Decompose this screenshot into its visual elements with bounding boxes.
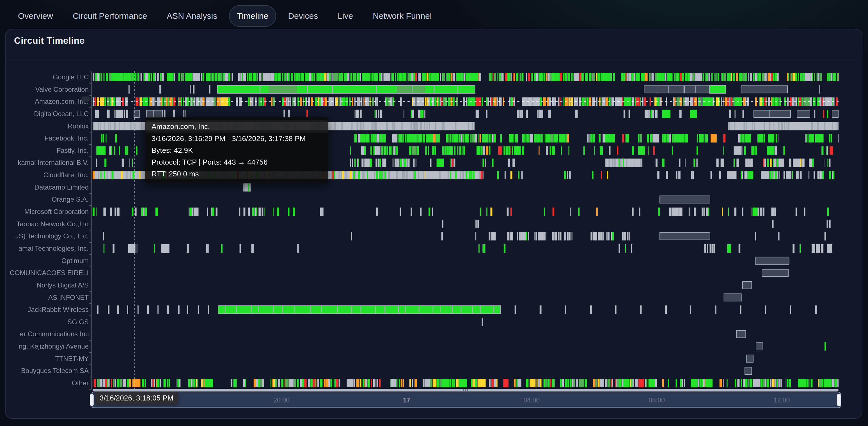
timeline-scrollbar[interactable] [93,389,839,392]
row-label: Roblox [6,122,89,130]
row-label: ng, Kejizhongyi Avenue [6,342,89,351]
row-label: Cloudflare, Inc. [6,171,89,179]
row-label: TTNET-MY [6,355,89,363]
tooltip-protocol: Protocol: TCP | Ports: 443 → 44756 [152,156,322,168]
time-range-brush[interactable]: 20:001704:0008:0012:00 [92,392,841,408]
brush-axis-tick: 04:00 [524,396,540,404]
scrollbar-grip-icon[interactable] [463,389,468,391]
row-label: Norlys Digital A/S [6,281,89,289]
row-label: DigitalOcean, LLC [6,110,89,118]
tooltip-bytes: Bytes: 42.9K [152,144,322,156]
brush-handle-left[interactable] [90,394,94,406]
brush-axis-tick: 08:00 [649,396,665,404]
brush-axis-tick: 20:00 [273,396,289,404]
hover-tooltip: Amazon.com, Inc. 3/16/2026, 3:16:29 PM -… [145,117,328,184]
row-label: Google LLC [6,73,89,81]
row-label: AS INFONET [6,293,89,302]
timeline-chart[interactable] [0,0,868,426]
brush-axis-tick: 12:00 [774,396,790,404]
brush-time-tooltip: 3/16/2026, 3:18:05 PM [95,392,178,404]
row-label: Optimum [6,257,89,265]
row-label: COMUNICACOES EIRELI [6,269,89,277]
row-label: Bouygues Telecom SA [6,366,89,375]
row-label: Other [6,379,89,387]
row-label: kamai International B.V. [6,159,89,167]
row-label: JackRabbit Wireless [6,305,89,314]
row-label: Fastly, Inc. [6,146,89,155]
row-label: Valve Corporation [6,85,89,94]
row-label: Taobao Network Co.,Ltd [6,220,89,228]
tooltip-rtt: RTT: 250.0 ms [152,168,322,180]
row-label: Microsoft Corporation [6,207,89,216]
brush-handle-right[interactable] [837,394,841,406]
brush-axis-tick: 17 [403,396,410,404]
row-label: Amazon.com, Inc. [6,97,89,106]
tooltip-title: Amazon.com, Inc. [145,120,328,133]
row-label: Datacamp Limited [6,183,89,192]
tooltip-range: 3/16/2026, 3:16:29 PM - 3/16/2026, 3:17:… [152,133,322,144]
row-label: Facebook, Inc. [6,134,89,142]
row-label: JS) Technology Co., Ltd. [6,232,89,240]
row-label: SG.GS [6,318,89,326]
hovered-row-handle[interactable] [82,96,90,101]
row-label: Orange S.A. [6,195,89,204]
row-label: er Communications Inc [6,330,89,338]
row-label: amai Technologies, Inc. [6,244,89,253]
